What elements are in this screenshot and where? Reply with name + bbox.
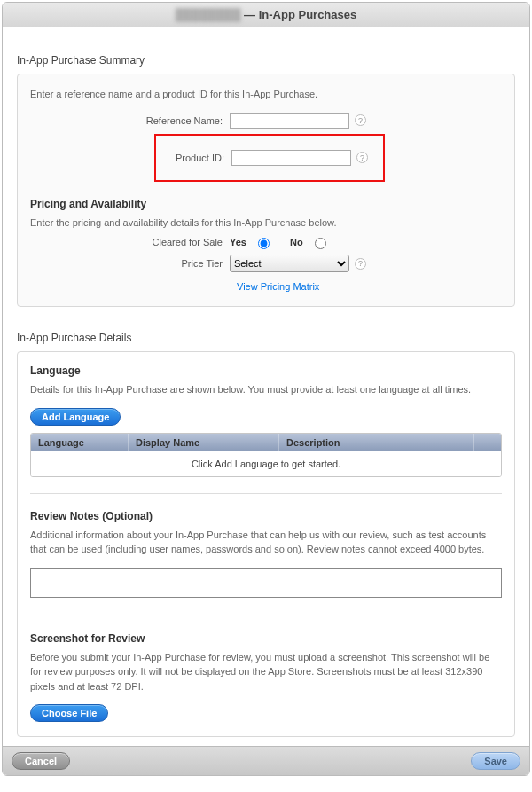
screenshot-heading: Screenshot for Review xyxy=(30,632,502,645)
iap-window: ████████ — In-App Purchases In-App Purch… xyxy=(2,2,530,776)
price-tier-label: Price Tier xyxy=(30,258,230,269)
product-id-highlight: Product ID: ? xyxy=(154,134,385,182)
choose-file-button[interactable]: Choose File xyxy=(30,704,108,722)
screenshot-instruction: Before you submit your In-App Purchase f… xyxy=(30,650,502,694)
save-button[interactable]: Save xyxy=(471,752,520,770)
price-tier-select[interactable]: Select xyxy=(230,255,349,272)
reference-name-input[interactable] xyxy=(230,113,349,129)
help-icon[interactable]: ? xyxy=(355,114,366,126)
reference-name-row: Reference Name: ? xyxy=(30,113,502,129)
product-id-label: Product ID: xyxy=(165,153,231,163)
summary-instruction: Enter a reference name and a product ID … xyxy=(30,87,502,102)
app-name-blurred: ████████ xyxy=(176,8,241,21)
details-panel: Language Details for this In-App Purchas… xyxy=(17,351,515,737)
review-notes-heading: Review Notes (Optional) xyxy=(30,510,502,522)
pricing-heading: Pricing and Availability xyxy=(30,198,502,210)
cleared-yes-radio[interactable] xyxy=(258,238,270,249)
add-language-button[interactable]: Add Language xyxy=(30,408,121,426)
window-title-suffix: — In-App Purchases xyxy=(240,8,356,21)
window-content: In-App Purchase Summary Enter a referenc… xyxy=(3,27,529,746)
pricing-instruction: Enter the pricing and availability detai… xyxy=(30,216,502,231)
window-footer: Cancel Save xyxy=(3,746,529,775)
cleared-yes-label: Yes xyxy=(230,237,246,247)
language-table: Language Display Name Description Click … xyxy=(30,433,502,477)
cleared-label: Cleared for Sale xyxy=(30,237,230,247)
language-table-empty: Click Add Language to get started. xyxy=(31,451,501,476)
review-notes-textarea[interactable] xyxy=(30,568,502,598)
price-tier-row: Price Tier Select ? xyxy=(30,255,502,272)
product-id-input[interactable] xyxy=(231,150,351,166)
col-language: Language xyxy=(31,434,129,451)
col-description: Description xyxy=(279,434,474,451)
cleared-no-radio[interactable] xyxy=(315,238,326,249)
reference-name-label: Reference Name: xyxy=(30,115,230,126)
window-titlebar: ████████ — In-App Purchases xyxy=(3,3,529,27)
divider xyxy=(30,493,502,494)
language-instruction: Details for this In-App Purchase are sho… xyxy=(30,382,502,397)
help-icon[interactable]: ? xyxy=(356,152,368,163)
summary-heading: In-App Purchase Summary xyxy=(17,54,515,67)
review-notes-instruction: Additional information about your In-App… xyxy=(30,528,502,557)
col-actions xyxy=(474,434,501,451)
details-heading: In-App Purchase Details xyxy=(17,332,515,344)
divider xyxy=(30,616,502,616)
help-icon[interactable]: ? xyxy=(355,258,366,270)
summary-panel: Enter a reference name and a product ID … xyxy=(17,74,515,307)
view-pricing-matrix-link[interactable]: View Pricing Matrix xyxy=(237,281,319,292)
col-display-name: Display Name xyxy=(129,434,279,451)
language-heading: Language xyxy=(30,365,502,377)
cleared-for-sale-row: Cleared for Sale Yes No xyxy=(30,235,502,249)
cleared-no-label: No xyxy=(290,237,303,247)
language-table-header: Language Display Name Description xyxy=(31,434,501,451)
cancel-button[interactable]: Cancel xyxy=(12,752,70,770)
